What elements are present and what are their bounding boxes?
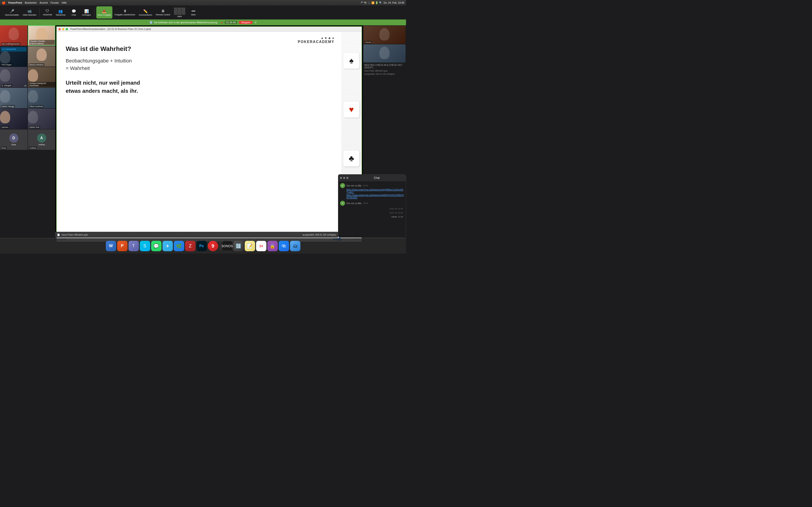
participant-cell[interactable]: Svenja Koenig WJ Hochrhein [28, 67, 55, 88]
chat-button[interactable]: 💬 Chat [68, 6, 80, 18]
camera-icon: 📹 [27, 9, 32, 13]
more-button[interactable]: ••• Mehr [188, 6, 199, 18]
menubar-fenster[interactable]: Fenster [51, 1, 59, 4]
participant-cell[interactable]: Martin Pott [28, 109, 55, 129]
chat-timestamp: 2020 um 19:40 [340, 208, 404, 210]
participant-cell-active[interactable]: Claudia Chinello, PokerAcademy [28, 25, 55, 46]
meeting-title: MEETING CHECK-IN & CHECK OUT QUESTI... [364, 64, 405, 69]
menubar-icons: 🎤 📸 🎧 📶 🔋 🔍 [360, 1, 382, 4]
participant-cell[interactable]: D Drea Drea [0, 129, 28, 150]
dock-notes[interactable]: 📝 [245, 241, 255, 251]
participant-cell[interactable]: A Andrea Andrea [28, 129, 55, 150]
pause-icon: ⏸ [123, 9, 127, 13]
file-name: iness Poker öffentlich.pptx [62, 234, 88, 236]
mute-label: Stummschalten [5, 14, 19, 16]
poker-academy-logo: ♠ ♥ ♣ ♦ POKERACADEMY [298, 36, 335, 44]
card-club: ♣ [344, 151, 359, 166]
privacy-icon: 🔒 [270, 243, 275, 249]
chat-close[interactable] [340, 177, 342, 179]
chat-label: Chat [71, 14, 76, 16]
file-bar: 📄 iness Poker öffentlich.pptx ausgewählt… [55, 232, 338, 238]
mute-button[interactable]: 🎤 Stummschalten [4, 6, 20, 18]
participant-name: Drea [1, 147, 7, 150]
menubar-bearbeiten[interactable]: Bearbeiten [25, 1, 37, 4]
share-button[interactable]: 📤 Neue Freigabe [96, 6, 113, 18]
right-video-cell-2[interactable] [363, 44, 406, 62]
minimize-button[interactable] [62, 28, 64, 30]
dock-skype[interactable]: S [140, 241, 150, 251]
participant-name: Martin Hänggi [1, 105, 15, 108]
menubar-hilfe[interactable]: Hilfe [62, 1, 67, 4]
mic-icon: 🎤 [10, 9, 14, 13]
screen-share-area: PowerPoint-Bildschirmpräsentation - [22-… [55, 25, 363, 238]
participant-cell[interactable]: Martin Hänggi [0, 88, 28, 108]
chat-message: V Von mir zu Alle 19:04 [340, 201, 404, 206]
dock-calendar[interactable]: 24 [256, 241, 266, 251]
chat-link-2[interactable]: https://www.pokernow.club/games/pgl6hF3v… [346, 194, 404, 199]
right-video-cell-1[interactable]: Claudia [363, 26, 406, 44]
dock-word[interactable]: W [106, 241, 116, 251]
participant-cell[interactable]: ⬡⬡⬡ BEEKEEPER Piet Degen [0, 46, 28, 66]
close-button[interactable] [58, 28, 61, 30]
dock-telegram[interactable]: ✈ [162, 241, 173, 251]
dock-sourcetree[interactable]: 🌿 [174, 241, 184, 251]
ppt-icon: P [121, 243, 123, 248]
dock-calculator[interactable]: 🔢 [233, 241, 244, 251]
dock-filezilla[interactable]: Z [185, 241, 196, 251]
participant-cell[interactable]: kavi.mathiaparanam [0, 25, 28, 46]
participant-cell[interactable]: D. Klingele 📷 [0, 67, 28, 88]
chat-panel: Chat V Von mir zu Alle 18:48 https://www… [338, 174, 406, 238]
dock-nine[interactable]: 9 [208, 241, 218, 251]
meeting-subtitle: ness Poker öffentlich.pptx [364, 70, 405, 72]
remote-icon: 🖥 [161, 9, 165, 13]
annotate-button[interactable]: ✏️ Kommentieren [138, 6, 154, 18]
chat-expand[interactable] [346, 177, 348, 179]
fullscreen-button[interactable] [66, 28, 68, 30]
dock-whatsapp[interactable]: 💬 [151, 241, 161, 251]
dock-sonos[interactable]: SONOS [222, 241, 233, 251]
participants-button[interactable]: 👥 Teilnehmer [54, 6, 67, 18]
participant-name: Martin Pott [29, 126, 40, 128]
nine-icon: 9 [211, 243, 214, 249]
dock-privacy[interactable]: 🔒 [267, 241, 278, 251]
participant-grid: kavi.mathiaparanam Claudia Chinello, Pok… [0, 25, 55, 150]
dock-appstore[interactable]: 🛍 [279, 241, 289, 251]
menubar-app-name[interactable]: PowerPoint [8, 1, 22, 4]
meeting-info: MEETING CHECK-IN & CHECK OUT QUESTI... n… [363, 63, 406, 76]
dock-photoshop[interactable]: Ps [196, 241, 207, 251]
chat-sender: Von mir zu Alle [346, 202, 361, 205]
participant-name: carmen [1, 126, 9, 128]
card-spade: ♠ [344, 53, 359, 69]
menubar-ansicht[interactable]: Ansicht [40, 1, 48, 4]
polls-button[interactable]: 📊 Umfragen [81, 6, 92, 18]
dock-finder[interactable]: 🗂 [290, 241, 300, 251]
chat-time: 18:48 [363, 184, 368, 187]
chat-minimize[interactable] [343, 177, 345, 179]
polls-icon: 📊 [84, 9, 89, 13]
video-label: Video beenden [23, 14, 36, 16]
remote-button[interactable]: 🖥 Remote Control [155, 6, 171, 18]
spade-icon: ♠ [349, 56, 353, 65]
ppt-window-title: PowerPoint-Bildschirmpräsentation - [22-… [70, 28, 151, 30]
stop-button[interactable]: Stoppen [239, 21, 253, 24]
menubar-time: Do. 24. Feb. 19:49 [384, 1, 404, 4]
annotate-icon: ✏️ [143, 9, 148, 13]
poker-brand: POKERACADEMY [298, 40, 335, 44]
chat-link-1[interactable]: https://www.pokernow.club/games/pglytjRB… [346, 188, 404, 193]
participant-cell[interactable]: Oliver Kuehnel [28, 88, 55, 108]
slide-heading: Was ist die Wahrheit? [66, 45, 332, 53]
participant-cell[interactable]: carmen [0, 109, 28, 129]
refresh-icon[interactable]: ↺ [254, 21, 256, 24]
security-button[interactable]: 🛡 Sicherheit [42, 6, 53, 18]
participant-cell[interactable]: Bianca Mertens [28, 46, 55, 66]
more-icon: ••• [192, 9, 195, 13]
dock-teams[interactable]: T [129, 241, 139, 251]
video-button[interactable]: 📹 Video beenden [21, 6, 38, 18]
share-label: Neue Freigabe [98, 14, 111, 16]
dock-powerpoint[interactable]: P [117, 241, 128, 251]
pause-label: Freigabe unterbrechen [115, 13, 135, 16]
apps-button[interactable]: ⬛⬛⬛⬛⬛⬛ Apps [172, 6, 187, 18]
pause-share-button[interactable]: ⏸ Freigabe unterbrechen [113, 6, 137, 18]
apple-menu[interactable]: 🍎 [2, 1, 6, 5]
notification-message: Sie befinden sich in der gemeinsamen Bil… [154, 21, 217, 24]
